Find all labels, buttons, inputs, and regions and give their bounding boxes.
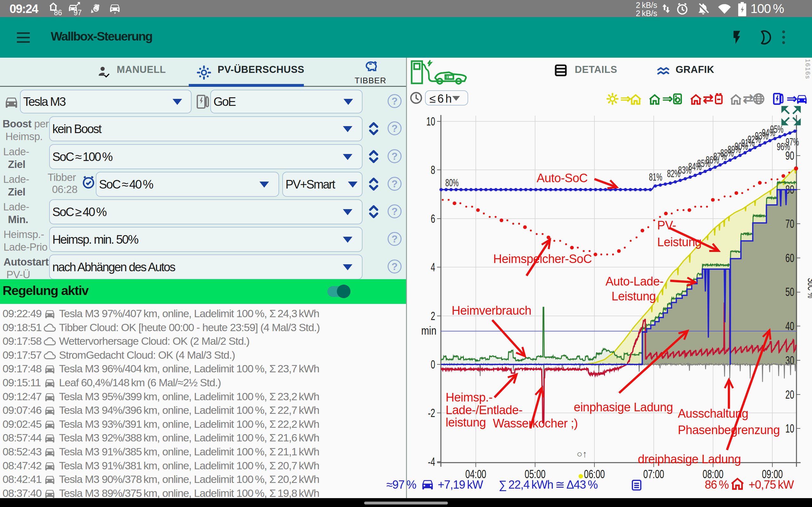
svg-text:SoC %: SoC % (806, 278, 812, 298)
svg-text:-4: -4 (428, 455, 435, 468)
svg-text:Heimverbrauch: Heimverbrauch (452, 304, 531, 317)
svg-text:Heimsp.-: Heimsp.- (446, 391, 493, 404)
svg-text:07:00: 07:00 (643, 468, 664, 481)
svg-text:50: 50 (785, 285, 794, 298)
svg-text:2: 2 (431, 309, 435, 323)
svg-text:Leistung: Leistung (657, 235, 702, 249)
svg-text:8: 8 (431, 164, 435, 176)
svg-text:6: 6 (431, 212, 435, 225)
svg-text:Lade-/Entlade-: Lade-/Entlade- (446, 403, 522, 417)
svg-text:60: 60 (785, 251, 794, 265)
svg-text:0: 0 (431, 358, 435, 371)
svg-text:leistung: leistung (446, 416, 486, 429)
svg-text:-2: -2 (428, 406, 435, 419)
svg-text:Wasserkocher ;): Wasserkocher ;) (493, 417, 578, 430)
svg-text:10: 10 (785, 422, 794, 435)
svg-text:4: 4 (431, 261, 435, 274)
svg-text:97%: 97% (786, 135, 799, 148)
svg-text:min: min (421, 324, 437, 337)
svg-text:○↑: ○↑ (577, 449, 587, 459)
svg-text:20: 20 (785, 388, 794, 401)
svg-text:Phasenbegrenzung: Phasenbegrenzung (678, 424, 780, 437)
svg-text:80%: 80% (445, 176, 459, 188)
svg-text:Leistung: Leistung (612, 290, 656, 303)
svg-text:81%: 81% (649, 171, 662, 183)
svg-text:Auto-SoC: Auto-SoC (537, 171, 588, 185)
svg-text:70: 70 (785, 217, 794, 230)
svg-text:einphasige Ladung: einphasige Ladung (574, 400, 673, 414)
svg-text:40: 40 (785, 320, 794, 333)
svg-text:Heimspeicher-SoC: Heimspeicher-SoC (493, 252, 592, 266)
svg-text:Auto-Lade-: Auto-Lade- (606, 275, 664, 288)
svg-text:10: 10 (426, 115, 435, 128)
svg-text:dreiphasige Ladung: dreiphasige Ladung (638, 452, 741, 466)
